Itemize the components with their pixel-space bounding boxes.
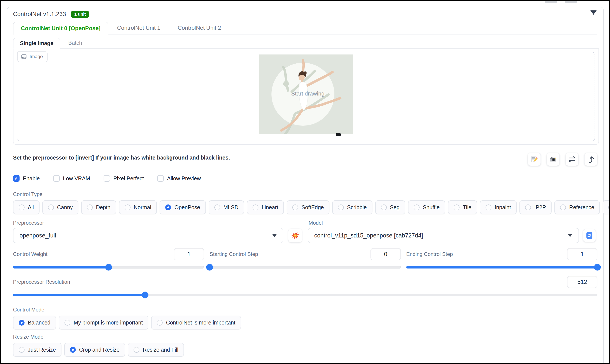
radio-just-resize[interactable]: Just Resize — [13, 343, 61, 357]
checkbox-low-vram[interactable]: Low VRAM — [53, 175, 90, 182]
radio-canny[interactable]: Canny — [42, 200, 78, 214]
slider-handle[interactable] — [206, 264, 213, 271]
ending-step-slider[interactable] — [406, 264, 597, 270]
radio-all[interactable]: All — [13, 200, 40, 214]
radio-circle[interactable] — [560, 205, 566, 210]
tab-batch[interactable]: Batch — [60, 37, 90, 48]
radio-circle[interactable] — [454, 205, 460, 210]
resize-mode-label: Resize Mode — [13, 334, 597, 340]
radio-circle[interactable] — [65, 320, 70, 325]
refresh-models-button[interactable] — [583, 229, 596, 242]
radio-circle[interactable] — [133, 347, 139, 353]
checkbox-box[interactable] — [104, 175, 110, 182]
tab-controlnet-unit-0[interactable]: ControlNet Unit 0 [OpenPose] — [13, 22, 108, 35]
checkbox-box[interactable] — [157, 175, 164, 182]
tab-single-image[interactable]: Single Image — [13, 38, 60, 49]
dropdown-labels: Preprocessor Model — [13, 220, 597, 226]
radio-softedge[interactable]: SoftEdge — [287, 200, 330, 214]
image-chip: Image — [17, 52, 48, 62]
radio-normal[interactable]: Normal — [119, 200, 157, 214]
model-value: control_v11p_sd15_openpose [cab727d4] — [314, 232, 423, 239]
editor-pen-icon[interactable] — [336, 133, 341, 136]
radio-tile[interactable]: Tile — [448, 200, 477, 214]
radio-circle[interactable] — [157, 320, 163, 325]
radio-circle[interactable] — [70, 347, 76, 353]
radio-circle[interactable] — [292, 205, 298, 210]
radio-circle[interactable] — [338, 205, 344, 210]
send-dimensions-button[interactable] — [584, 153, 597, 166]
ending-step-input[interactable]: 1 — [567, 248, 597, 260]
radio-scribble[interactable]: Scribble — [332, 200, 372, 214]
open-sketch-button[interactable] — [528, 153, 541, 166]
slider-handle[interactable] — [142, 292, 148, 299]
control-type-label: Control Type — [13, 191, 597, 197]
invert-hint-text: Set the preprocessor to [invert] If your… — [13, 155, 230, 161]
radio-label: ControlNet is more important — [166, 320, 235, 326]
radio-label: Reference — [569, 204, 594, 210]
swap-dimensions-button[interactable] — [566, 153, 579, 166]
radio-circle[interactable] — [48, 205, 54, 210]
checkbox-enable[interactable]: Enable — [13, 175, 40, 182]
uploaded-image-frame[interactable]: Start drawing — [254, 52, 358, 138]
radio-openpose[interactable]: OpenPose — [159, 200, 206, 214]
image-dropzone[interactable]: Image — [17, 52, 595, 141]
starting-step-label: Starting Control Step — [210, 251, 258, 257]
image-toolbar — [528, 153, 597, 166]
radio-circle[interactable] — [608, 205, 609, 210]
radio-circle[interactable] — [214, 205, 220, 210]
radio-resize-and-fill[interactable]: Resize and Fill — [128, 343, 184, 357]
radio-circle[interactable] — [381, 205, 387, 210]
radio-my-prompt-is-more-important[interactable]: My prompt is more important — [59, 316, 148, 329]
radio-mlsd[interactable]: MLSD — [209, 200, 244, 214]
starting-step-input[interactable]: 0 — [371, 248, 401, 260]
tab-controlnet-unit-1[interactable]: ControlNet Unit 1 — [108, 21, 169, 35]
radio-label: All — [28, 204, 34, 210]
radio-t2ia[interactable]: T2IA — [603, 200, 609, 214]
radio-depth[interactable]: Depth — [81, 200, 116, 214]
checkbox-pixel-perfect[interactable]: Pixel Perfect — [104, 175, 144, 182]
radio-circle[interactable] — [19, 205, 25, 210]
radio-circle[interactable] — [414, 205, 420, 210]
radio-circle[interactable] — [87, 205, 93, 210]
radio-crop-and-resize[interactable]: Crop and Resize — [64, 343, 125, 357]
checkbox-allow-preview[interactable]: Allow Preview — [157, 175, 201, 182]
radio-circle[interactable] — [165, 205, 171, 210]
model-select[interactable]: control_v11p_sd15_openpose [cab727d4] — [308, 228, 579, 243]
radio-inpaint[interactable]: Inpaint — [480, 200, 517, 214]
radio-label: Resize and Fill — [143, 347, 178, 353]
resolution-input[interactable]: 512 — [567, 276, 597, 288]
radio-label: Canny — [57, 204, 73, 210]
radio-circle[interactable] — [19, 347, 25, 353]
preprocessor-select[interactable]: openpose_full — [13, 228, 283, 243]
tab-controlnet-unit-2[interactable]: ControlNet Unit 2 — [169, 21, 229, 35]
slider-handle[interactable] — [105, 264, 112, 271]
radio-seg[interactable]: Seg — [375, 200, 405, 214]
radio-lineart[interactable]: Lineart — [247, 200, 284, 214]
radio-reference[interactable]: Reference — [554, 200, 600, 214]
radio-circle[interactable] — [125, 205, 131, 210]
radio-controlnet-is-more-important[interactable]: ControlNet is more important — [151, 316, 241, 329]
radio-shuffle[interactable]: Shuffle — [408, 200, 445, 214]
run-preprocessor-button[interactable] — [288, 229, 302, 242]
swap-arrows-icon — [568, 155, 576, 164]
control-weight-input[interactable]: 1 — [174, 248, 204, 260]
preprocessor-value: openpose_full — [20, 232, 56, 239]
radio-circle[interactable] — [19, 320, 25, 325]
radio-circle[interactable] — [252, 205, 258, 210]
checkbox-box[interactable] — [53, 175, 60, 182]
radio-label: Scribble — [347, 204, 367, 210]
resolution-slider[interactable] — [13, 291, 597, 298]
checkbox-box[interactable] — [13, 175, 20, 182]
resolution-block: Preprocessor Resolution 512 — [13, 276, 597, 298]
radio-circle[interactable] — [486, 205, 491, 210]
explosion-icon — [291, 232, 299, 239]
control-weight-slider[interactable] — [13, 264, 204, 270]
collapse-accordion-icon[interactable] — [590, 10, 597, 15]
radio-balanced[interactable]: Balanced — [13, 316, 56, 329]
panel-title: ControlNet v1.1.233 — [13, 11, 66, 18]
radio-circle[interactable] — [525, 205, 531, 210]
starting-step-slider[interactable] — [210, 264, 401, 270]
radio-ip2p[interactable]: IP2P — [519, 200, 552, 214]
webcam-button[interactable] — [547, 153, 560, 166]
slider-handle[interactable] — [594, 264, 601, 271]
